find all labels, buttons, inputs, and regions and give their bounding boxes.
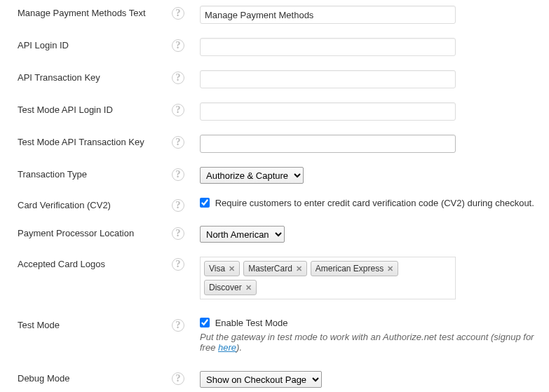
label-api-login-id: API Login ID xyxy=(18,38,172,50)
card-verification-checkbox[interactable] xyxy=(200,198,210,208)
row-transaction-type: Transaction Type ? Authorize & Capture xyxy=(0,161,549,192)
help-icon[interactable]: ? xyxy=(172,72,184,84)
row-payment-processor-location: Payment Processor Location ? North Ameri… xyxy=(0,220,549,251)
row-test-api-transaction-key: Test Mode API Transaction Key ? xyxy=(0,129,549,161)
help-icon[interactable]: ? xyxy=(172,39,184,52)
help-icon[interactable]: ? xyxy=(172,319,184,332)
api-login-id-input[interactable] xyxy=(200,38,456,56)
help-icon[interactable]: ? xyxy=(172,199,184,212)
label-transaction-type: Transaction Type xyxy=(18,167,172,180)
api-transaction-key-input[interactable] xyxy=(200,70,456,88)
chip-discover[interactable]: Discover✕ xyxy=(204,280,257,295)
help-icon[interactable]: ? xyxy=(172,258,184,271)
label-test-api-transaction-key: Test Mode API Transaction Key xyxy=(18,135,172,147)
label-accepted-card-logos: Accepted Card Logos xyxy=(18,257,172,269)
help-icon[interactable]: ? xyxy=(172,372,184,385)
label-test-api-login-id: Test Mode API Login ID xyxy=(18,102,172,115)
debug-mode-select[interactable]: Show on Checkout Page xyxy=(200,371,322,388)
row-test-api-login-id: Test Mode API Login ID ? xyxy=(0,97,549,129)
row-api-transaction-key: API Transaction Key ? xyxy=(0,65,549,97)
row-manage-payment-methods: Manage Payment Methods Text ? xyxy=(0,0,549,32)
close-icon[interactable]: ✕ xyxy=(387,264,393,273)
label-debug-mode: Debug Mode xyxy=(18,371,172,384)
help-icon[interactable]: ? xyxy=(172,7,184,20)
close-icon[interactable]: ✕ xyxy=(296,264,302,273)
card-verification-checkbox-wrapper[interactable]: Require customers to enter credit card v… xyxy=(200,198,534,208)
test-api-transaction-key-input[interactable] xyxy=(200,135,456,153)
label-manage-payment-methods: Manage Payment Methods Text xyxy=(18,6,172,18)
help-icon[interactable]: ? xyxy=(172,136,184,149)
chip-label: Visa xyxy=(209,264,225,273)
help-icon[interactable]: ? xyxy=(172,168,184,181)
chip-label: American Express xyxy=(316,264,384,273)
settings-form: Manage Payment Methods Text ? API Login … xyxy=(0,0,549,392)
help-icon[interactable]: ? xyxy=(172,227,184,240)
label-test-mode: Test Mode xyxy=(18,318,172,330)
test-api-login-id-input[interactable] xyxy=(200,102,456,121)
close-icon[interactable]: ✕ xyxy=(229,264,235,273)
payment-processor-location-select[interactable]: North American xyxy=(200,226,285,243)
close-icon[interactable]: ✕ xyxy=(245,283,252,292)
row-card-verification: Card Verification (CV2) ? Require custom… xyxy=(0,192,549,220)
row-api-login-id: API Login ID ? xyxy=(0,32,549,65)
chip-amex[interactable]: American Express✕ xyxy=(311,261,398,276)
chip-mastercard[interactable]: MasterCard✕ xyxy=(243,261,307,276)
label-card-verification: Card Verification (CV2) xyxy=(18,198,172,210)
card-verification-checkbox-label: Require customers to enter credit card v… xyxy=(215,198,534,208)
chip-label: MasterCard xyxy=(248,264,292,273)
chip-visa[interactable]: Visa✕ xyxy=(204,261,240,276)
chip-label: Discover xyxy=(209,283,242,292)
label-api-transaction-key: API Transaction Key xyxy=(18,70,172,83)
accepted-card-logos-multiselect[interactable]: Visa✕ MasterCard✕ American Express✕ Disc… xyxy=(200,257,456,299)
transaction-type-select[interactable]: Authorize & Capture xyxy=(200,167,304,184)
test-mode-description: Put the gateway in test mode to work wit… xyxy=(200,332,535,353)
manage-payment-methods-input[interactable] xyxy=(200,6,456,24)
test-mode-checkbox-wrapper[interactable]: Enable Test Mode xyxy=(200,318,287,328)
row-accepted-card-logos: Accepted Card Logos ? Visa✕ MasterCard✕ … xyxy=(0,251,549,308)
row-test-mode: Test Mode ? Enable Test Mode Put the gat… xyxy=(0,308,549,361)
test-mode-checkbox[interactable] xyxy=(200,318,210,327)
help-icon[interactable]: ? xyxy=(172,104,184,116)
row-debug-mode: Debug Mode ? Show on Checkout Page xyxy=(0,361,549,392)
label-payment-processor-location: Payment Processor Location xyxy=(18,226,172,238)
test-mode-checkbox-label: Enable Test Mode xyxy=(215,318,288,328)
test-mode-signup-link[interactable]: here xyxy=(218,342,236,353)
